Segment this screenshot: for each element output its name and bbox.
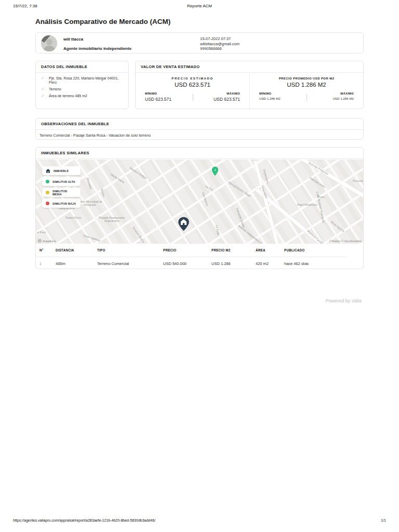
yellow-dot-icon (46, 191, 49, 194)
map-street-label: La Salle (215, 225, 220, 236)
map[interactable]: Santa Marta Mariano Melgar Jerusalén Riv… (36, 159, 363, 244)
table-header-row: N° DISTANCIA TIPO PRECIO PRECIO M2 ÁREA … (36, 244, 363, 257)
cell-tipo: Terreno Comercial (97, 257, 163, 270)
agent-contact: 15-07-2022 07:37 willsttacca@gmail.com 9… (200, 36, 240, 51)
map-street-label: Avenida Progreso (308, 161, 329, 176)
agent-phone: 9990566666 (200, 46, 240, 51)
agent-name: will ttacca (63, 37, 83, 42)
price-m2-min-label: MÍNIMO (259, 92, 281, 95)
legend-item-similitud-alta: SIMILITUD ALTA (42, 177, 81, 186)
legend-item-similitud-media: SIMILITUD MEDIA (42, 188, 81, 197)
col-header-precio: PRECIO (163, 244, 211, 257)
price-m2-min: MÍNIMO USD 1.286 M2 (259, 92, 281, 100)
price-max: MÁXIMO USD 623.571 (214, 92, 240, 102)
property-data-card: DATOS DEL INMUEBLE ✓Pje. Sta. Rosa 220, … (35, 61, 129, 109)
check-icon: ✓ (41, 87, 45, 91)
print-page-number: 1/1 (381, 518, 386, 522)
observations-title: OBSERVACIONES DEL INMUEBLE (36, 118, 363, 130)
map-street-label: Avenida Unión (309, 176, 326, 189)
agent-role: Agente inmobiliario independiente (63, 46, 131, 51)
map-street-label: Manuel Muñoz Najar (228, 181, 251, 198)
cell-area: 420 m2 (256, 257, 284, 270)
price-m2-max: MÁXIMO USD 1.286 M2 (332, 92, 354, 100)
observations-text: Terreno Comercial - Pasaje Santa Rosa - … (36, 130, 363, 141)
divider (193, 94, 193, 100)
col-header-precio-m2: PRECIO M2 (211, 244, 256, 257)
mapbox-logo[interactable]: m mapbox (38, 239, 56, 243)
map-street-label: Octavio Muñoz (132, 226, 145, 243)
map-attribution[interactable]: © Mapbox © OpenStreetMap (329, 240, 362, 243)
check-icon: ✓ (41, 76, 45, 81)
list-item: ✓Terreno (41, 87, 123, 91)
mapbox-icon: m (38, 239, 42, 243)
property-data-title: DATOS DEL INMUEBLE (36, 61, 128, 73)
valuation-card: VALOR DE VENTA ESTIMADO PRECIO ESTIMADO … (135, 61, 364, 109)
col-header-distancia: DISTANCIA (56, 244, 97, 257)
page-title: Análisis Comparativo de Mercado (ACM) (35, 18, 170, 25)
powered-by: Powered by Valia (326, 298, 362, 303)
price-m2-max-label: MÁXIMO (332, 92, 354, 95)
cell-num: 1 (36, 257, 56, 270)
property-address: Pje. Sta. Rosa 220, Mariano Melgar 04001… (49, 76, 118, 84)
print-header: 15/7/22, 7:38 Reporte ACM (13, 4, 386, 8)
agent-email: willsttacca@gmail.com (200, 42, 240, 47)
list-item: ✓Pje. Sta. Rosa 220, Mariano Melgar 0400… (41, 76, 123, 85)
similar-property-pin[interactable]: 1 (211, 166, 219, 176)
price-min: MÍNIMO USD 623.571 (145, 92, 171, 102)
avatar-image (41, 35, 57, 51)
list-item: ✓Área de terreno 485 m2 (41, 94, 123, 98)
print-title: Reporte ACM (13, 4, 386, 8)
similar-table: N° DISTANCIA TIPO PRECIO PRECIO M2 ÁREA … (36, 244, 363, 270)
property-type: Terreno (49, 87, 61, 91)
price-m2-value: USD 1.286 M2 (258, 82, 355, 88)
price-m2-label: PRECIO PROMEDIO USD POR M2 (258, 77, 355, 80)
map-street-label: Jerusalén (86, 177, 93, 190)
valuation-body: PRECIO ESTIMADO USD 623.571 MÍNIMO USD 6… (136, 73, 363, 109)
cell-distancia: 485m (56, 257, 97, 270)
report-page: 15/7/22, 7:38 Reporte ACM Análisis Compa… (0, 0, 399, 532)
cell-precio-m2: USD 1.286 (211, 257, 256, 270)
red-dot-icon (46, 202, 49, 205)
legend-item-inmueble: INMUEBLE (42, 166, 81, 175)
legend-item-similitud-baja: SIMILITUD BAJA (42, 199, 81, 208)
map-street-label: Rivero (100, 189, 105, 197)
green-dot-icon (46, 180, 49, 183)
map-street-label: Santa Marta (110, 172, 125, 183)
map-poi-label: Peruvian Si (353, 179, 363, 182)
price-max-label: MÁXIMO (214, 92, 240, 95)
property-area: Área de terreno 485 m2 (49, 94, 87, 98)
price-minmax: MÍNIMO USD 623.571 MÁXIMO USD 623.571 (144, 92, 241, 105)
table-row: 1 485m Terreno Comercial USD 540.000 USD… (36, 257, 363, 270)
cell-precio: USD 540.000 (163, 257, 211, 270)
price-m2-minmax: MÍNIMO USD 1.286 M2 MÁXIMO USD 1.286 M2 (258, 92, 355, 105)
price-per-m2-block: PRECIO PROMEDIO USD POR M2 USD 1.286 M2 … (249, 73, 363, 109)
check-icon: ✓ (41, 94, 45, 98)
subject-property-pin[interactable] (178, 217, 190, 231)
price-max-value: USD 623.571 (214, 97, 240, 102)
legend-label: SIMILITUD MEDIA (52, 190, 77, 196)
legend-label: SIMILITUD BAJA (52, 202, 76, 205)
agent-datetime: 15-07-2022 07:37 (200, 36, 240, 42)
mapbox-wordmark: mapbox (43, 240, 56, 243)
map-poi-label: Hotel Miraflores (297, 203, 317, 206)
observations-card: OBSERVACIONES DEL INMUEBLE Terreno Comer… (35, 118, 364, 140)
cell-publicado: hace 462 días (284, 257, 347, 270)
map-street-label: Mariano Melgar (129, 166, 147, 180)
col-header-publicado: PUBLICADO (284, 244, 347, 257)
col-header-num: N° (36, 244, 56, 257)
legend-label: INMUEBLE (54, 169, 69, 172)
valuation-title: VALOR DE VENTA ESTIMADO (136, 61, 363, 73)
price-m2-max-value: USD 1.286 M2 (332, 97, 354, 100)
divider (307, 94, 307, 100)
estimated-price-label: PRECIO ESTIMADO (144, 77, 241, 80)
map-poi-label: Pippala Restaurante Vegetariano (96, 216, 128, 222)
pin-number: 1 (214, 168, 216, 171)
map-poi-label: el Perú (37, 231, 46, 234)
estimated-price-value: USD 623.571 (144, 82, 241, 88)
map-street-label: La Paz (205, 184, 214, 192)
similar-title: INMUEBLES SIMILARES (36, 148, 363, 159)
avatar (41, 35, 57, 51)
map-street-label: Don Bosco (202, 192, 209, 206)
home-icon (46, 169, 50, 173)
property-data-list: ✓Pje. Sta. Rosa 220, Mariano Melgar 0400… (36, 73, 128, 104)
